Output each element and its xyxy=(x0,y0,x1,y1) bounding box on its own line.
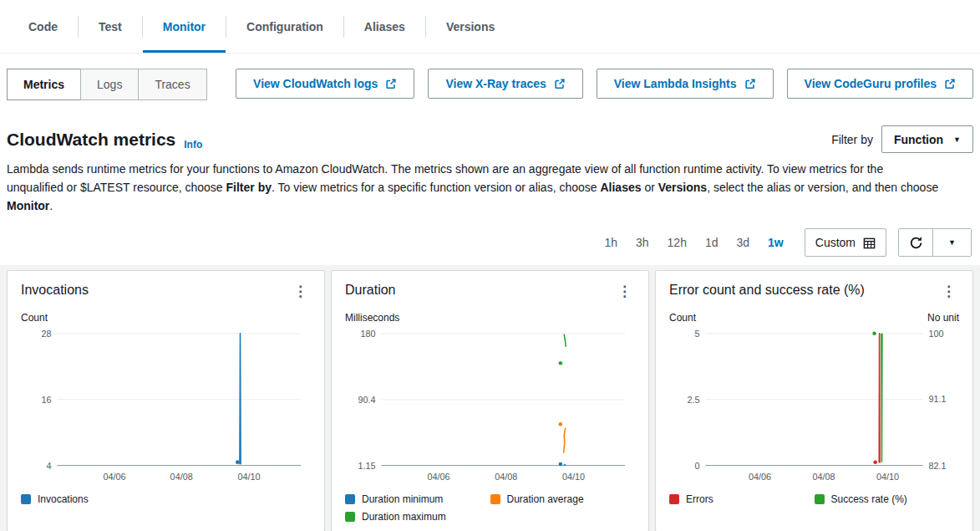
view-codeguru-profiles-button[interactable]: View CodeGuru profiles xyxy=(787,69,973,99)
legend-label: Duration maximum xyxy=(362,511,446,523)
info-link[interactable]: Info xyxy=(184,139,202,153)
chart-title: Invocations xyxy=(21,283,89,298)
invocations-plot: 2816404/0604/0804/10 xyxy=(21,325,311,487)
tab-configuration[interactable]: Configuration xyxy=(226,0,343,53)
right-axis-label: No unit xyxy=(927,312,959,324)
chart-legend: ErrorsSuccess rate (%) xyxy=(669,493,959,505)
legend-item[interactable]: Invocations xyxy=(21,493,166,505)
svg-text:04/08: 04/08 xyxy=(812,472,835,482)
kebab-menu-icon[interactable]: ⋮ xyxy=(290,283,311,300)
legend-swatch xyxy=(815,494,825,504)
time-range-links: 1h 3h 12h 1d 3d 1w xyxy=(595,228,792,257)
tab-versions[interactable]: Versions xyxy=(426,0,515,53)
range-1h[interactable]: 1h xyxy=(595,236,627,249)
left-axis-label: Milliseconds xyxy=(345,312,399,324)
button-label: View Lambda Insights xyxy=(614,77,737,90)
range-3d[interactable]: 3d xyxy=(728,236,759,249)
view-xray-traces-button[interactable]: View X-Ray traces xyxy=(428,69,582,99)
description-bold: Monitor xyxy=(7,199,49,212)
subtab-logs[interactable]: Logs xyxy=(80,69,139,100)
filter-by-label: Filter by xyxy=(831,133,873,146)
view-lambda-insights-button[interactable]: View Lambda Insights xyxy=(597,69,774,99)
tab-code[interactable]: Code xyxy=(8,0,78,53)
duration-chart-card: Duration ⋮ Milliseconds 18090.41.1504/06… xyxy=(331,270,649,531)
legend-label: Duration minimum xyxy=(362,493,443,505)
svg-text:4: 4 xyxy=(46,461,51,471)
subtab-metrics[interactable]: Metrics xyxy=(7,69,81,100)
error-success-chart-card: Error count and success rate (%) ⋮ Count… xyxy=(655,270,973,531)
svg-text:2.5: 2.5 xyxy=(687,395,699,405)
chart-legend: Invocations xyxy=(21,493,311,505)
refresh-button[interactable] xyxy=(899,229,932,256)
tab-test[interactable]: Test xyxy=(79,0,142,53)
range-12h[interactable]: 12h xyxy=(658,236,696,249)
page-title: CloudWatch metrics xyxy=(7,130,175,150)
tab-aliases[interactable]: Aliases xyxy=(344,0,425,53)
description-text: . xyxy=(49,199,53,212)
svg-text:04/10: 04/10 xyxy=(562,472,585,482)
legend-swatch xyxy=(21,494,31,504)
legend-item[interactable]: Duration maximum xyxy=(345,511,490,523)
legend-label: Success rate (%) xyxy=(831,493,907,505)
svg-text:04/08: 04/08 xyxy=(495,472,517,482)
chevron-down-icon: ▼ xyxy=(948,238,956,247)
monitor-controls-row: Metrics Logs Traces View CloudWatch logs… xyxy=(0,54,980,100)
left-axis-label: Count xyxy=(21,312,48,324)
legend-swatch xyxy=(345,512,355,522)
svg-text:04/10: 04/10 xyxy=(876,472,899,482)
function-filter-dropdown[interactable]: Function ▼ xyxy=(881,125,973,153)
chart-title: Duration xyxy=(345,283,395,298)
svg-text:28: 28 xyxy=(41,329,51,339)
duration-plot: 18090.41.1504/0604/0804/10 xyxy=(345,325,635,487)
svg-text:1.15: 1.15 xyxy=(358,461,375,471)
description-bold: Versions xyxy=(658,181,707,194)
refresh-options-dropdown[interactable]: ▼ xyxy=(932,229,971,256)
svg-text:82.1: 82.1 xyxy=(929,461,947,471)
view-cloudwatch-logs-button[interactable]: View CloudWatch logs xyxy=(236,69,414,99)
legend-item[interactable]: Success rate (%) xyxy=(815,493,960,505)
external-link-icon xyxy=(385,78,397,89)
legend-swatch xyxy=(669,494,679,504)
metrics-description: Lambda sends runtime metrics for your fu… xyxy=(0,160,948,215)
left-axis-label: Count xyxy=(669,312,696,324)
refresh-icon xyxy=(909,236,923,250)
description-bold: Aliases xyxy=(600,181,641,194)
external-link-icon xyxy=(744,78,756,89)
svg-text:100: 100 xyxy=(929,329,944,339)
chevron-down-icon: ▼ xyxy=(953,135,961,144)
legend-item[interactable]: Duration minimum xyxy=(345,493,490,505)
kebab-menu-icon[interactable]: ⋮ xyxy=(938,283,959,300)
filter-by-control: Filter by Function ▼ xyxy=(831,125,973,153)
time-range-bar: 1h 3h 12h 1d 3d 1w Custom ▼ xyxy=(0,215,980,265)
external-link-icon xyxy=(554,78,566,89)
cloudwatch-metrics-header: CloudWatch metrics Info Filter by Functi… xyxy=(0,100,980,160)
filter-value: Function xyxy=(894,133,943,146)
svg-text:04/06: 04/06 xyxy=(103,472,125,482)
error-success-plot: 52.5010091.182.104/0604/0804/10 xyxy=(669,325,959,487)
range-1d[interactable]: 1d xyxy=(696,236,728,249)
legend-item[interactable]: Duration average xyxy=(490,493,636,505)
monitor-sub-tabs: Metrics Logs Traces xyxy=(7,69,207,100)
subtab-traces[interactable]: Traces xyxy=(138,69,206,100)
button-label: View X-Ray traces xyxy=(445,77,546,90)
button-label: View CloudWatch logs xyxy=(253,77,378,90)
svg-text:16: 16 xyxy=(41,395,51,405)
description-text: . To view metrics for a specific functio… xyxy=(272,181,600,194)
external-view-buttons: View CloudWatch logs View X-Ray traces V… xyxy=(236,69,973,99)
charts-section: Invocations ⋮ Count 2816404/0604/0804/10… xyxy=(0,265,980,531)
calendar-icon xyxy=(863,237,876,249)
custom-label: Custom xyxy=(815,236,856,249)
legend-label: Errors xyxy=(686,493,713,505)
refresh-control: ▼ xyxy=(898,228,972,257)
legend-item[interactable]: Errors xyxy=(669,493,815,505)
range-3h[interactable]: 3h xyxy=(627,236,658,249)
svg-text:04/10: 04/10 xyxy=(237,472,260,482)
range-1w[interactable]: 1w xyxy=(759,236,793,249)
function-tab-bar: Code Test Monitor Configuration Aliases … xyxy=(0,0,980,54)
svg-text:180: 180 xyxy=(360,329,375,339)
custom-range-button[interactable]: Custom xyxy=(805,228,886,257)
kebab-menu-icon[interactable]: ⋮ xyxy=(614,283,635,300)
button-label: View CodeGuru profiles xyxy=(805,77,937,90)
legend-label: Invocations xyxy=(38,493,89,505)
tab-monitor[interactable]: Monitor xyxy=(143,0,226,53)
